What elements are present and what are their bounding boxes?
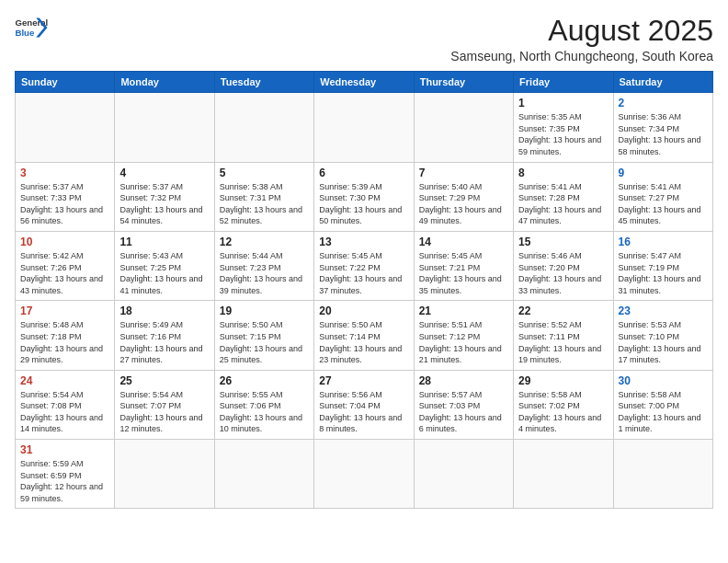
calendar-cell <box>514 440 613 509</box>
calendar-cell: 18Sunrise: 5:49 AM Sunset: 7:16 PM Dayli… <box>115 301 214 370</box>
calendar-cell: 13Sunrise: 5:45 AM Sunset: 7:22 PM Dayli… <box>314 231 414 300</box>
calendar-week-row: 3Sunrise: 5:37 AM Sunset: 7:33 PM Daylig… <box>16 162 713 231</box>
calendar-cell: 5Sunrise: 5:38 AM Sunset: 7:31 PM Daylig… <box>214 162 313 231</box>
cell-sun-info: Sunrise: 5:58 AM Sunset: 7:02 PM Dayligh… <box>518 389 608 435</box>
weekday-header-sunday: Sunday <box>16 72 115 93</box>
day-number: 2 <box>619 97 708 109</box>
cell-sun-info: Sunrise: 5:43 AM Sunset: 7:25 PM Dayligh… <box>119 250 209 296</box>
cell-sun-info: Sunrise: 5:42 AM Sunset: 7:26 PM Dayligh… <box>20 250 109 296</box>
cell-sun-info: Sunrise: 5:41 AM Sunset: 7:28 PM Dayligh… <box>518 181 608 227</box>
day-number: 24 <box>20 374 109 387</box>
day-number: 3 <box>20 167 109 179</box>
cell-sun-info: Sunrise: 5:50 AM Sunset: 7:14 PM Dayligh… <box>319 319 408 365</box>
weekday-header-friday: Friday <box>514 72 613 93</box>
svg-text:Blue: Blue <box>16 28 35 38</box>
calendar-cell <box>115 93 214 162</box>
calendar-cell <box>414 440 513 509</box>
calendar-week-row: 17Sunrise: 5:48 AM Sunset: 7:18 PM Dayli… <box>16 301 713 370</box>
cell-sun-info: Sunrise: 5:50 AM Sunset: 7:15 PM Dayligh… <box>220 319 309 365</box>
cell-sun-info: Sunrise: 5:51 AM Sunset: 7:12 PM Dayligh… <box>419 319 508 365</box>
calendar-cell <box>613 440 712 509</box>
cell-sun-info: Sunrise: 5:55 AM Sunset: 7:06 PM Dayligh… <box>220 389 309 435</box>
calendar-cell <box>214 93 313 162</box>
cell-sun-info: Sunrise: 5:59 AM Sunset: 6:59 PM Dayligh… <box>20 458 109 504</box>
calendar-cell: 8Sunrise: 5:41 AM Sunset: 7:28 PM Daylig… <box>514 162 613 231</box>
day-number: 7 <box>419 167 508 179</box>
calendar-cell: 23Sunrise: 5:53 AM Sunset: 7:10 PM Dayli… <box>613 301 712 370</box>
day-number: 11 <box>119 236 209 248</box>
calendar-cell: 17Sunrise: 5:48 AM Sunset: 7:18 PM Dayli… <box>16 301 115 370</box>
calendar-cell: 3Sunrise: 5:37 AM Sunset: 7:33 PM Daylig… <box>16 162 115 231</box>
calendar-cell: 25Sunrise: 5:54 AM Sunset: 7:07 PM Dayli… <box>115 370 214 439</box>
calendar-cell: 11Sunrise: 5:43 AM Sunset: 7:25 PM Dayli… <box>115 231 214 300</box>
calendar-cell: 22Sunrise: 5:52 AM Sunset: 7:11 PM Dayli… <box>514 301 613 370</box>
day-number: 12 <box>220 236 309 248</box>
weekday-header-monday: Monday <box>115 72 214 93</box>
day-number: 18 <box>119 304 209 317</box>
calendar-table: SundayMondayTuesdayWednesdayThursdayFrid… <box>15 71 713 509</box>
calendar-cell <box>314 93 414 162</box>
calendar-cell: 15Sunrise: 5:46 AM Sunset: 7:20 PM Dayli… <box>514 231 613 300</box>
weekday-header-wednesday: Wednesday <box>314 72 414 93</box>
month-year-title: August 2025 <box>450 15 713 47</box>
day-number: 30 <box>619 374 708 387</box>
logo-icon: General Blue <box>15 15 48 40</box>
cell-sun-info: Sunrise: 5:44 AM Sunset: 7:23 PM Dayligh… <box>220 250 309 296</box>
day-number: 4 <box>119 167 209 179</box>
cell-sun-info: Sunrise: 5:38 AM Sunset: 7:31 PM Dayligh… <box>220 181 309 227</box>
day-number: 21 <box>419 304 508 317</box>
weekday-header-tuesday: Tuesday <box>214 72 313 93</box>
cell-sun-info: Sunrise: 5:46 AM Sunset: 7:20 PM Dayligh… <box>518 250 608 296</box>
day-number: 22 <box>518 304 608 317</box>
cell-sun-info: Sunrise: 5:35 AM Sunset: 7:35 PM Dayligh… <box>518 111 608 157</box>
cell-sun-info: Sunrise: 5:39 AM Sunset: 7:30 PM Dayligh… <box>319 181 408 227</box>
calendar-week-row: 1Sunrise: 5:35 AM Sunset: 7:35 PM Daylig… <box>16 93 713 162</box>
day-number: 17 <box>20 304 109 317</box>
calendar-cell: 19Sunrise: 5:50 AM Sunset: 7:15 PM Dayli… <box>214 301 313 370</box>
cell-sun-info: Sunrise: 5:41 AM Sunset: 7:27 PM Dayligh… <box>619 181 708 227</box>
calendar-cell <box>314 440 414 509</box>
calendar-cell <box>16 93 115 162</box>
cell-sun-info: Sunrise: 5:56 AM Sunset: 7:04 PM Dayligh… <box>319 389 408 435</box>
day-number: 23 <box>619 304 708 317</box>
day-number: 1 <box>518 97 608 109</box>
calendar-cell: 9Sunrise: 5:41 AM Sunset: 7:27 PM Daylig… <box>613 162 712 231</box>
location-subtitle: Samseung, North Chungcheong, South Korea <box>450 49 713 63</box>
logo: General Blue <box>15 15 48 40</box>
calendar-cell <box>115 440 214 509</box>
calendar-cell: 31Sunrise: 5:59 AM Sunset: 6:59 PM Dayli… <box>16 440 115 509</box>
cell-sun-info: Sunrise: 5:37 AM Sunset: 7:32 PM Dayligh… <box>119 181 209 227</box>
day-number: 10 <box>20 236 109 248</box>
calendar-cell: 2Sunrise: 5:36 AM Sunset: 7:34 PM Daylig… <box>613 93 712 162</box>
calendar-cell: 10Sunrise: 5:42 AM Sunset: 7:26 PM Dayli… <box>16 231 115 300</box>
cell-sun-info: Sunrise: 5:48 AM Sunset: 7:18 PM Dayligh… <box>20 319 109 365</box>
calendar-cell: 30Sunrise: 5:58 AM Sunset: 7:00 PM Dayli… <box>613 370 712 439</box>
cell-sun-info: Sunrise: 5:45 AM Sunset: 7:21 PM Dayligh… <box>419 250 508 296</box>
calendar-cell: 26Sunrise: 5:55 AM Sunset: 7:06 PM Dayli… <box>214 370 313 439</box>
day-number: 31 <box>20 443 109 456</box>
cell-sun-info: Sunrise: 5:45 AM Sunset: 7:22 PM Dayligh… <box>319 250 408 296</box>
calendar-cell <box>214 440 313 509</box>
page-header: General Blue August 2025 Samseung, North… <box>15 15 713 63</box>
calendar-cell: 16Sunrise: 5:47 AM Sunset: 7:19 PM Dayli… <box>613 231 712 300</box>
cell-sun-info: Sunrise: 5:37 AM Sunset: 7:33 PM Dayligh… <box>20 181 109 227</box>
calendar-cell: 20Sunrise: 5:50 AM Sunset: 7:14 PM Dayli… <box>314 301 414 370</box>
cell-sun-info: Sunrise: 5:58 AM Sunset: 7:00 PM Dayligh… <box>619 389 708 435</box>
calendar-week-row: 24Sunrise: 5:54 AM Sunset: 7:08 PM Dayli… <box>16 370 713 439</box>
title-block: August 2025 Samseung, North Chungcheong,… <box>450 15 713 63</box>
day-number: 20 <box>319 304 408 317</box>
cell-sun-info: Sunrise: 5:54 AM Sunset: 7:07 PM Dayligh… <box>119 389 209 435</box>
cell-sun-info: Sunrise: 5:49 AM Sunset: 7:16 PM Dayligh… <box>119 319 209 365</box>
calendar-cell: 29Sunrise: 5:58 AM Sunset: 7:02 PM Dayli… <box>514 370 613 439</box>
day-number: 6 <box>319 167 408 179</box>
weekday-header-saturday: Saturday <box>613 72 712 93</box>
cell-sun-info: Sunrise: 5:36 AM Sunset: 7:34 PM Dayligh… <box>619 111 708 157</box>
day-number: 5 <box>220 167 309 179</box>
cell-sun-info: Sunrise: 5:54 AM Sunset: 7:08 PM Dayligh… <box>20 389 109 435</box>
day-number: 9 <box>619 167 708 179</box>
weekday-header-thursday: Thursday <box>414 72 513 93</box>
calendar-week-row: 10Sunrise: 5:42 AM Sunset: 7:26 PM Dayli… <box>16 231 713 300</box>
calendar-week-row: 31Sunrise: 5:59 AM Sunset: 6:59 PM Dayli… <box>16 440 713 509</box>
day-number: 25 <box>119 374 209 387</box>
calendar-cell: 21Sunrise: 5:51 AM Sunset: 7:12 PM Dayli… <box>414 301 513 370</box>
